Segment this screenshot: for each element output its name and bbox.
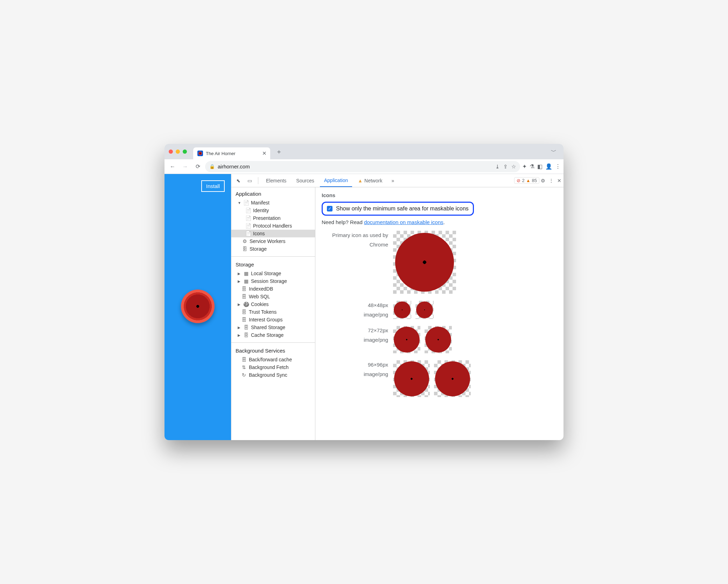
tab-elements[interactable]: Elements xyxy=(262,174,290,187)
sidebar-item-background-sync[interactable]: Background Sync xyxy=(231,371,315,379)
sidebar-item-icons[interactable]: Icons xyxy=(231,230,315,237)
devtools-panel: ⬉ ▭ Elements Sources Application ▲Networ… xyxy=(231,174,564,440)
sidebar-item-indexeddb[interactable]: IndexedDB xyxy=(231,285,315,293)
new-tab-button[interactable]: ＋ xyxy=(273,147,285,156)
device-toggle-icon[interactable]: ▭ xyxy=(245,176,254,186)
issue-counter[interactable]: ⊘2 ▲85 xyxy=(514,177,539,184)
app-icon xyxy=(394,361,429,396)
sidebar-item-cache-storage[interactable]: ▶Cache Storage xyxy=(231,331,315,339)
warning-badge-icon: ▲ xyxy=(526,178,531,183)
size-label-72: 72×72px xyxy=(322,327,388,333)
devtools-kebab-icon[interactable]: ⋮ xyxy=(549,178,554,183)
section-background-services: Background Services xyxy=(231,344,315,356)
sidebar-item-local-storage[interactable]: ▶Local Storage xyxy=(231,270,315,277)
sidebar-item-protocol-handlers[interactable]: Protocol Handlers xyxy=(231,222,315,230)
sidebar-item-identity[interactable]: Identity xyxy=(231,207,315,214)
install-button[interactable]: Install xyxy=(201,180,225,192)
icon-row-48: 48×48px image/png xyxy=(322,301,557,319)
sidebar-item-web-sql[interactable]: Web SQL xyxy=(231,293,315,300)
app-icon xyxy=(416,301,433,318)
icon-preview-72-b xyxy=(425,326,452,353)
forward-button[interactable]: → xyxy=(180,161,190,172)
app-icon xyxy=(394,327,420,353)
minimize-window-icon[interactable] xyxy=(176,150,180,154)
file-icon xyxy=(245,223,251,229)
file-icon xyxy=(245,215,251,221)
icon-preview-96-b xyxy=(434,360,471,397)
app-icon xyxy=(425,327,451,353)
database-icon xyxy=(241,294,247,299)
maskable-help-text: Need help? Read documentation on maskabl… xyxy=(322,219,557,225)
tab-application[interactable]: Application xyxy=(320,174,352,187)
tab-network[interactable]: ▲Network xyxy=(354,174,386,187)
settings-gear-icon[interactable]: ⚙ xyxy=(541,178,545,183)
size-label-48: 48×48px xyxy=(322,302,388,308)
sidebar-item-session-storage[interactable]: ▶Session Storage xyxy=(231,277,315,285)
chrome-browser-window: The Air Horner ✕ ＋ ﹀ ← → ⟳ 🔒 airhorner.c… xyxy=(164,144,564,440)
side-panel-icon[interactable]: ◧ xyxy=(537,163,542,170)
window-controls xyxy=(169,150,187,154)
page-viewport: Install xyxy=(164,174,231,440)
tab-list-chevron-icon[interactable]: ﹀ xyxy=(548,148,559,155)
app-icon xyxy=(394,301,411,318)
install-pwa-icon[interactable]: ⤓ xyxy=(495,164,500,170)
sidebar-item-presentation[interactable]: Presentation xyxy=(231,214,315,222)
database-icon xyxy=(243,325,249,330)
maskable-safe-area-toggle[interactable]: ✓ Show only the minimum safe area for ma… xyxy=(322,202,474,216)
browser-tab[interactable]: The Air Horner ✕ xyxy=(193,147,270,159)
airhorn-icon[interactable] xyxy=(181,290,215,323)
grid-icon xyxy=(243,278,249,284)
sidebar-item-storage[interactable]: Storage xyxy=(231,245,315,253)
icon-row-primary: Primary icon as used by Chrome xyxy=(322,231,557,294)
sidebar-item-service-workers[interactable]: Service Workers xyxy=(231,237,315,245)
inspect-element-icon[interactable]: ⬉ xyxy=(233,176,243,186)
maskable-docs-link[interactable]: documentation on maskable icons xyxy=(364,219,443,225)
icon-row-96: 96×96px image/png xyxy=(322,360,557,397)
close-devtools-icon[interactable]: ✕ xyxy=(557,178,561,183)
grid-icon xyxy=(243,271,249,276)
url-host: airhorner.com xyxy=(218,164,250,169)
sidebar-item-interest-groups[interactable]: Interest Groups xyxy=(231,316,315,324)
devtools-tabbar: ⬉ ▭ Elements Sources Application ▲Networ… xyxy=(231,174,564,187)
database-icon xyxy=(241,317,247,322)
more-tabs-icon[interactable]: » xyxy=(388,176,398,186)
database-icon xyxy=(241,309,247,315)
checkbox-checked-icon[interactable]: ✓ xyxy=(327,206,332,211)
gear-icon xyxy=(242,238,247,244)
titlebar: The Air Horner ✕ ＋ ﹀ xyxy=(164,144,564,159)
sidebar-item-background-fetch[interactable]: Background Fetch xyxy=(231,363,315,371)
file-icon xyxy=(245,208,251,213)
icons-panel: Icons ✓ Show only the minimum safe area … xyxy=(315,187,564,440)
extensions-puzzle-icon[interactable]: ✦ xyxy=(522,163,527,170)
lock-icon[interactable]: 🔒 xyxy=(209,164,215,169)
bookmark-star-icon[interactable]: ☆ xyxy=(511,164,516,170)
airhorner-favicon-icon xyxy=(197,151,203,156)
profile-avatar-icon[interactable]: 👤 xyxy=(545,163,552,170)
share-icon[interactable]: ⇪ xyxy=(503,164,508,170)
sidebar-item-trust-tokens[interactable]: Trust Tokens xyxy=(231,308,315,316)
icon-preview-48-b xyxy=(415,301,434,319)
sidebar-item-manifest[interactable]: ▼Manifest xyxy=(231,199,315,207)
tab-sources[interactable]: Sources xyxy=(292,174,318,187)
reload-button[interactable]: ⟳ xyxy=(192,161,203,172)
address-bar[interactable]: 🔒 airhorner.com ⤓ ⇪ ☆ xyxy=(205,161,520,172)
sync-icon xyxy=(241,372,247,378)
sidebar-item-cookies[interactable]: ▶Cookies xyxy=(231,300,315,308)
back-button[interactable]: ← xyxy=(167,161,178,172)
close-window-icon[interactable] xyxy=(169,150,173,154)
sidebar-item-shared-storage[interactable]: ▶Shared Storage xyxy=(231,324,315,331)
workspace: Install ⬉ ▭ Elements Sources Application… xyxy=(164,174,564,440)
kebab-menu-icon[interactable]: ⋮ xyxy=(555,163,561,170)
sidebar-item-bfcache[interactable]: Back/forward cache xyxy=(231,356,315,363)
size-label-96: 96×96px xyxy=(322,362,388,368)
icon-preview-72-a xyxy=(393,326,420,353)
browser-toolbar: ← → ⟳ 🔒 airhorner.com ⤓ ⇪ ☆ ✦ ⚗ ◧ 👤 ⋮ xyxy=(164,159,564,174)
icon-preview-primary xyxy=(393,231,456,294)
close-tab-icon[interactable]: ✕ xyxy=(262,150,267,157)
database-icon xyxy=(241,357,247,362)
labs-flask-icon[interactable]: ⚗ xyxy=(530,163,534,170)
file-icon xyxy=(245,231,251,236)
database-icon xyxy=(241,286,247,292)
maximize-window-icon[interactable] xyxy=(183,150,187,154)
database-icon xyxy=(242,246,247,252)
